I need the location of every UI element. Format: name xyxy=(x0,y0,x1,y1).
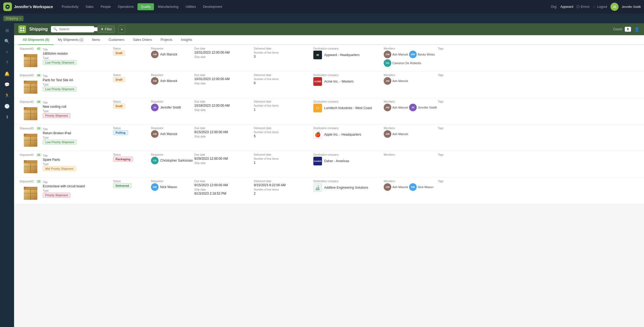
type-label: Type xyxy=(43,83,113,86)
destination-col: Destination company ACME Acme Inc. - Wes… xyxy=(313,74,384,86)
nav-productivity[interactable]: Productivity xyxy=(58,3,82,10)
status-badge: Pulling xyxy=(113,130,128,135)
member-avatar: JS xyxy=(409,104,417,111)
close-tab-icon[interactable]: × xyxy=(20,17,21,20)
tab-items[interactable]: Items xyxy=(88,35,104,45)
table-row[interactable]: ShipmentID 24 xyxy=(14,125,644,151)
due-date-value: 10/18/2023 12:00:00 AM xyxy=(194,104,254,107)
tab-projects[interactable]: Projects xyxy=(156,35,176,45)
sidebar-clock-icon[interactable]: 🕐 xyxy=(2,101,12,111)
nav-utilities[interactable]: Utilities xyxy=(182,3,199,10)
line-items-label: Number of line items xyxy=(254,188,313,191)
tab-customers[interactable]: Customers xyxy=(104,35,129,45)
type-badge: Mid Priority Shipment xyxy=(43,166,76,171)
requestor-avatar: NM xyxy=(151,183,159,191)
module-icon xyxy=(18,25,26,33)
shipment-title-col: Title Econoclave with circuit board Type… xyxy=(43,180,113,198)
due-date-label: Due date xyxy=(194,100,254,103)
shipment-id-row: ShipmentID 47 xyxy=(19,47,41,51)
sidebar-upload-icon[interactable]: ⬆ xyxy=(2,112,12,122)
dest-company-wrap: 🔬 Additive Engineering Solutions xyxy=(313,183,384,192)
app-logo xyxy=(3,2,12,11)
status-col: Status Draft xyxy=(113,47,151,55)
table-row[interactable]: ShipmentID 26 xyxy=(14,151,644,178)
table-row[interactable]: ShipmentID 49 xyxy=(14,98,644,125)
status-label: Status xyxy=(113,74,151,77)
delivered-date-label: Delivered date xyxy=(254,74,313,77)
tab-all-shipments[interactable]: All Shipments (6) xyxy=(18,35,54,45)
members-col: Members AM Ash Marock xyxy=(384,127,438,138)
member-wrap: AM Ash Marock xyxy=(384,51,408,58)
ship-date-field: Ship date xyxy=(194,82,254,85)
type-field: Type Priority Shipment xyxy=(43,110,113,118)
errors-button[interactable]: ⓘ Errors xyxy=(576,5,590,9)
shipment-title: Parts for Test Site #A xyxy=(43,78,113,82)
search-input[interactable] xyxy=(59,27,100,31)
filter-button[interactable]: ▼ Filter xyxy=(97,26,115,33)
shipment-image-col: ShipmentID 24 xyxy=(18,127,43,149)
table-row[interactable]: ShipmentID 47 xyxy=(14,45,644,71)
line-items-label: Number of line items xyxy=(254,157,313,160)
shipment-title: 1800ohm resistor xyxy=(43,52,113,55)
line-items-value: 3 xyxy=(254,55,313,58)
tab-insights[interactable]: Insights xyxy=(177,35,196,45)
line-items-value: 1 xyxy=(254,108,313,112)
sidebar-search-icon[interactable]: 🔍 xyxy=(2,36,12,46)
nav-quality[interactable]: Quality xyxy=(137,3,154,10)
nav-sales[interactable]: Sales xyxy=(82,3,97,10)
user-avatar[interactable]: JS xyxy=(610,3,619,11)
person-icon[interactable]: 👤 xyxy=(634,27,640,32)
tags-label: Tags xyxy=(438,74,470,77)
table-row[interactable]: ShipmentID 33 xyxy=(14,178,644,204)
requestor-col: Requestor AM Ash Marock xyxy=(151,74,194,85)
add-button[interactable]: + xyxy=(118,25,125,33)
line-items-field: Number of line items 3 xyxy=(254,51,313,58)
shipping-tab-chip[interactable]: Shipping × xyxy=(3,16,24,21)
org-name: Appward xyxy=(560,5,573,9)
left-sidebar: ⊞ 🔍 ＋ ? 🔔 💬 🏃 🕐 ⬆ xyxy=(0,23,14,327)
sidebar-grid-icon[interactable]: ⊞ xyxy=(2,25,12,35)
logout-button[interactable]: ← Logout xyxy=(593,5,607,9)
count-label: Count: xyxy=(613,27,623,31)
due-date-label: Due date xyxy=(194,127,254,130)
title-label: Title xyxy=(43,181,113,184)
type-field: Type Low Priority Shipment xyxy=(43,83,113,91)
box-image xyxy=(22,53,39,69)
tab-my-shipments[interactable]: My Shipments (1) xyxy=(54,35,88,45)
destination-col: Destination company 🍎 Apple Inc. - Headq… xyxy=(313,127,384,139)
type-badge: Low Priority Shipment xyxy=(43,60,77,65)
requestor-avatar: AM xyxy=(151,77,159,85)
sidebar-add-icon[interactable]: ＋ xyxy=(2,47,12,57)
shipment-image-col: ShipmentID 48 xyxy=(18,74,43,96)
table-row[interactable]: ShipmentID 48 xyxy=(14,71,644,98)
members-col: Members AM Ash Marock JS Jennifer Sistil… xyxy=(384,100,438,111)
type-badge: Priority Shipment xyxy=(43,193,70,198)
member-name: Ash Marock xyxy=(392,106,408,109)
requestor-label: Requestor xyxy=(151,180,194,183)
status-label: Status xyxy=(113,127,151,130)
members-label: Members xyxy=(384,127,438,130)
sidebar-chat-icon[interactable]: 💬 xyxy=(2,80,12,89)
nav-manufacturing[interactable]: Manufacturing xyxy=(155,3,182,10)
sidebar-bell-icon[interactable]: 🔔 xyxy=(2,69,12,79)
search-box[interactable]: 🔍 xyxy=(51,26,94,32)
status-badge: Packaging xyxy=(113,157,133,162)
nav-development[interactable]: Development xyxy=(200,3,225,10)
sidebar-help-icon[interactable]: ? xyxy=(2,58,12,68)
tab-sales-orders[interactable]: Sales Orders xyxy=(129,35,156,45)
destination-col: Destination company LT Lumitech Industri… xyxy=(313,100,384,112)
search-icon: 🔍 xyxy=(53,27,57,31)
sub-tabs: All Shipments (6) My Shipments (1) Items… xyxy=(14,35,644,45)
shipment-title: New cooling coil xyxy=(43,105,113,109)
ship-date-label: Ship date xyxy=(194,162,254,165)
tags-col: Tags xyxy=(438,74,470,77)
type-field: Type Mid Priority Shipment xyxy=(43,163,113,171)
sidebar-activity-icon[interactable]: 🏃 xyxy=(2,90,12,100)
due-date-value: 9/15/2023 12:00:00 AM xyxy=(194,183,254,187)
dest-name: Additive Engineering Solutions xyxy=(324,186,368,189)
nav-operations[interactable]: Operations xyxy=(114,3,137,10)
member-name: Cameron De Robertis xyxy=(392,61,421,65)
nav-people[interactable]: People xyxy=(97,3,114,10)
requestor-wrap: CS Christopher Sarkissian xyxy=(151,157,194,164)
ship-date-label: Ship date xyxy=(194,55,254,58)
